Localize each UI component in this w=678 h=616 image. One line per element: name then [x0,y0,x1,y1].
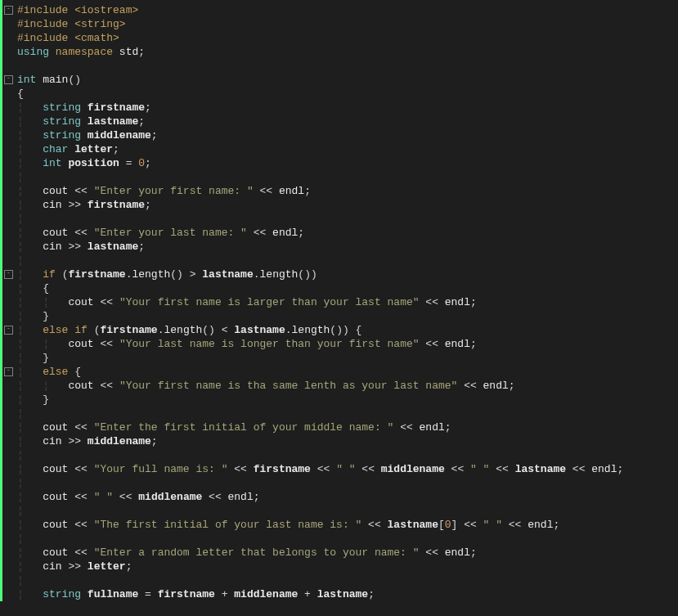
code-line[interactable]: ¦ } [17,309,678,323]
code-line[interactable]: ¦ } [17,351,678,365]
code-line[interactable]: ¦ [17,532,678,546]
code-line[interactable]: ¦ [17,254,678,268]
code-line[interactable]: ¦ [17,573,678,587]
code-line[interactable]: ¦ cin >> middlename; [17,434,678,448]
code-line[interactable] [17,59,678,73]
fold-toggle-icon[interactable]: - [4,326,13,335]
fold-toggle-icon[interactable]: - [4,6,13,15]
code-line[interactable]: using namespace std; [17,45,678,59]
code-line[interactable]: ¦ cout << "Your full name is: " << first… [17,462,678,476]
code-line[interactable]: ¦ int position = 0; [17,156,678,170]
code-line[interactable]: ¦ cout << "Enter your first name: " << e… [17,184,678,198]
code-line[interactable]: ¦ [17,476,678,490]
fold-toggle-icon[interactable]: - [4,270,13,279]
code-line[interactable]: int main() [17,73,678,87]
code-line[interactable]: ¦ cout << "Enter your last name: " << en… [17,226,678,240]
code-line[interactable]: ¦ cin >> letter; [17,560,678,573]
code-line[interactable]: ¦ cin >> firstname; [17,198,678,212]
code-line[interactable]: ¦ char letter; [17,142,678,156]
code-line[interactable]: ¦ string fullname = firstname + middlena… [17,587,678,601]
code-line[interactable]: { [17,87,678,101]
code-line[interactable]: #include <string> [17,17,678,31]
code-line[interactable]: ¦ ¦ cout << "Your last name is longer th… [17,337,678,351]
code-line[interactable]: ¦ string lastname; [17,115,678,128]
code-line[interactable]: ¦ ¦ cout << "Your first name is tha same… [17,379,678,393]
code-editor[interactable]: ----- #include <iostream>#include <strin… [0,0,678,601]
code-line[interactable]: ¦ [17,170,678,184]
code-line[interactable]: ¦ string firstname; [17,101,678,115]
code-line[interactable]: ¦ } [17,393,678,407]
code-line[interactable]: ¦ string middlename; [17,128,678,142]
code-line[interactable]: ¦ cout << " " << middlename << endl; [17,490,678,504]
code-line[interactable]: ¦ ¦ cout << "Your first name is larger t… [17,295,678,309]
code-line[interactable]: ¦ cin >> lastname; [17,240,678,254]
code-line[interactable]: ¦ cout << "Enter the first initial of yo… [17,420,678,434]
code-area[interactable]: #include <iostream>#include <string>#inc… [14,0,678,601]
code-line[interactable]: ¦ else if (firstname.length() < lastname… [17,323,678,337]
code-line[interactable]: ¦ [17,504,678,518]
code-line[interactable]: ¦ cout << "Enter a random letter that be… [17,546,678,560]
fold-toggle-icon[interactable]: - [4,367,13,376]
code-line[interactable]: ¦ { [17,281,678,295]
code-line[interactable]: #include <cmath> [17,31,678,45]
code-line[interactable]: ¦ [17,212,678,226]
code-line[interactable]: ¦ if (firstname.length() > lastname.leng… [17,268,678,281]
fold-gutter[interactable]: ----- [2,0,14,601]
fold-toggle-icon[interactable]: - [4,75,13,84]
code-line[interactable]: ¦ cout << "The first initial of your las… [17,518,678,532]
code-line[interactable]: ¦ else { [17,365,678,379]
code-line[interactable]: ¦ [17,407,678,420]
code-line[interactable]: ¦ [17,448,678,462]
code-line[interactable]: #include <iostream> [17,3,678,17]
